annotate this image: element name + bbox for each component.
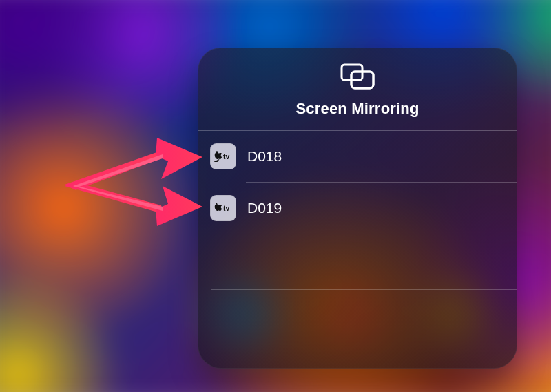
popover-title: Screen Mirroring <box>198 100 517 118</box>
screen-mirroring-icon <box>340 63 375 93</box>
device-list: tv D018 tv D019 <box>198 131 517 290</box>
svg-text:tv: tv <box>223 152 229 161</box>
airplay-device-row[interactable]: tv D018 <box>198 131 517 182</box>
svg-text:tv: tv <box>223 204 229 212</box>
airplay-device-row[interactable]: tv D019 <box>198 183 517 234</box>
screen-mirroring-popover: Screen Mirroring tv D018 <box>198 48 517 369</box>
device-name-label: D018 <box>247 148 282 165</box>
popover-header: Screen Mirroring <box>198 48 517 130</box>
divider <box>211 289 517 290</box>
device-name-label: D019 <box>247 200 282 216</box>
apple-tv-icon: tv <box>210 195 236 221</box>
svg-rect-1 <box>351 72 373 88</box>
apple-tv-icon: tv <box>210 143 236 169</box>
